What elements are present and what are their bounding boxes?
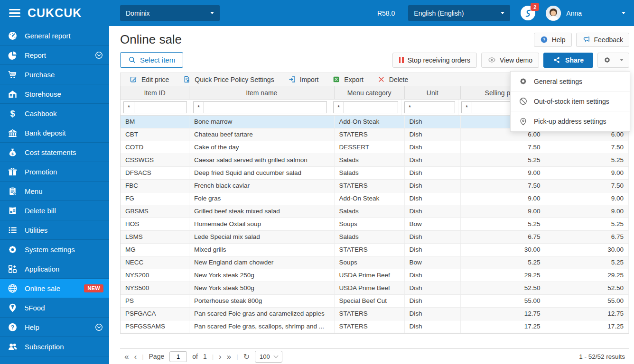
quick-price-policy-settings-button[interactable]: $ Quick Price Policy Settings xyxy=(183,75,274,83)
table-row-NYS200[interactable]: NYS200New York steak 250gUSDA Prime Beef… xyxy=(121,269,629,282)
notifications-button[interactable]: 2 xyxy=(521,6,535,20)
sidebar-item-general-report[interactable]: General report xyxy=(0,26,109,46)
cell-price2: 12.75 xyxy=(545,308,629,320)
cell-unit: Dish xyxy=(405,128,461,141)
pagination-bar: « ‹ | Page of 1 | › » | ↻ 100 1 - 52/52 … xyxy=(120,348,629,364)
next-page-button[interactable]: › xyxy=(219,353,222,361)
table-row-CSSWGS[interactable]: CSSWGSCaesar salad served with grilled s… xyxy=(121,154,629,167)
cell-id: PS xyxy=(121,295,189,307)
menu-item-pick-up-address-settings[interactable]: Pick-up address settings xyxy=(511,111,630,131)
filter-input[interactable] xyxy=(415,101,455,113)
sidebar-item-report[interactable]: Report xyxy=(0,46,109,65)
sidebar-item-application[interactable]: Application xyxy=(0,259,109,279)
previous-page-button[interactable]: ‹ xyxy=(134,353,137,361)
menu-item-out-of-stock-item-settings[interactable]: Out-of-stock item settings xyxy=(511,91,630,111)
import-button[interactable]: Import xyxy=(288,75,319,83)
cell-category: Salads xyxy=(335,231,405,243)
filter-input[interactable] xyxy=(204,101,327,113)
sidebar-item-storehouse[interactable]: Storehouse xyxy=(0,84,109,104)
filter-operator-button[interactable]: * xyxy=(333,101,344,113)
first-page-button[interactable]: « xyxy=(124,353,129,361)
cell-unit: Bow xyxy=(405,256,461,269)
page-number-input[interactable] xyxy=(169,351,187,362)
gear-white-icon xyxy=(7,244,18,255)
table-row-PSFGACA[interactable]: PSFGACAPan scared Foie gras and carameli… xyxy=(121,308,629,320)
filter-operator-button[interactable]: * xyxy=(193,101,204,113)
cell-name: Pan scared Foie gras and caramelized app… xyxy=(189,308,334,320)
gear-icon xyxy=(603,56,611,64)
page-size-select[interactable]: 100 xyxy=(255,351,282,363)
export-button[interactable]: Export xyxy=(332,75,363,83)
sidebar-item-system-settings[interactable]: System settings xyxy=(0,240,109,259)
excel-icon xyxy=(332,75,340,83)
stop-receiving-orders-button[interactable]: Stop receiving orders xyxy=(392,53,477,68)
list-icon xyxy=(7,225,18,236)
sidebar-item-subscription[interactable]: Subscription xyxy=(0,337,109,356)
filter-input[interactable] xyxy=(134,101,187,113)
restaurant-select-value: Dominix xyxy=(126,9,205,17)
column-header-item-id[interactable]: Item ID xyxy=(121,86,189,99)
table-row-GBSMS[interactable]: GBSMSGrilled beef steak mixed saladSalad… xyxy=(121,205,629,218)
user-menu[interactable]: Anna xyxy=(546,6,582,21)
cell-price: 12.75 xyxy=(461,308,546,320)
table-row-HOS[interactable]: HOSHomemade Oxtail soupSoupsBow5.255.25 xyxy=(121,218,629,231)
restaurant-select[interactable]: Dominix xyxy=(120,5,220,21)
cell-price2: 5.25 xyxy=(545,256,629,269)
sidebar-item-menu[interactable]: Menu xyxy=(0,182,109,201)
feedback-button[interactable]: Feedback xyxy=(576,33,629,47)
filter-input[interactable] xyxy=(344,101,398,113)
cell-price2: 52.50 xyxy=(545,282,629,294)
filter-cell: * xyxy=(330,100,401,115)
table-row-PSFGSSAMS[interactable]: PSFGSSAMSPan scared Foie gras, scallops,… xyxy=(121,320,629,333)
menu-icon[interactable] xyxy=(9,9,20,17)
language-select[interactable]: English (English) xyxy=(408,5,510,21)
cell-unit: Dish xyxy=(405,308,461,320)
chevron-down-icon xyxy=(94,51,103,60)
select-item-button[interactable]: Select item xyxy=(120,52,183,68)
filter-operator-button[interactable]: * xyxy=(123,101,134,113)
sidebar-item-promotion[interactable]: Promotion xyxy=(0,162,109,182)
pause-icon xyxy=(399,57,404,63)
cell-unit: Dish xyxy=(405,154,461,166)
cell-category: Add-On Steak xyxy=(335,116,405,128)
table-row-PS[interactable]: PSPorterhouse steak 800gSpecial Beef Cut… xyxy=(121,295,629,308)
sidebar-item-cost-statements[interactable]: $ Cost statements xyxy=(0,143,109,162)
settings-menu-button[interactable] xyxy=(597,53,629,68)
column-header-item-name[interactable]: Item name xyxy=(189,86,335,99)
table-row-MG[interactable]: MGMixed grillsSTATERSDish30.0030.00 xyxy=(121,244,629,256)
table-row-FG[interactable]: FGFoie grasAdd-On SteakDish9.009.00 xyxy=(121,192,629,205)
filter-operator-button[interactable]: * xyxy=(404,101,415,113)
edit-price-button[interactable]: Edit price xyxy=(130,75,169,83)
table-row-DFSACS[interactable]: DFSACSDeep fried Squid and cucumber sala… xyxy=(121,167,629,180)
column-header-unit[interactable]: Unit xyxy=(405,86,461,99)
sidebar-item-5food[interactable]: 5Food xyxy=(0,298,109,318)
table-row-NYS500[interactable]: NYS500New York steak 500gUSDA Prime Beef… xyxy=(121,282,629,295)
table-row-COTD[interactable]: COTDCake of the dayDESSERTDish7.507.50 xyxy=(121,141,629,154)
last-page-button[interactable]: » xyxy=(227,353,231,361)
sidebar-item-purchase[interactable]: Purchase xyxy=(0,65,109,84)
sidebar-item-utilities[interactable]: Utilities xyxy=(0,220,109,240)
table-row-LSMS[interactable]: LSMSLede Special mix saladSaladsDish6.75… xyxy=(121,231,629,244)
sidebar-item-bank-deposit[interactable]: $ Bank deposit xyxy=(0,123,109,143)
column-header-menu-category[interactable]: Menu category xyxy=(335,86,405,99)
table-row-FBC[interactable]: FBCFrench black caviarSTATERSDish7.507.5… xyxy=(121,180,629,192)
sidebar-item-help[interactable]: ? Help xyxy=(0,318,109,337)
sidebar-item-online-sale[interactable]: Online sale NEW xyxy=(0,279,109,298)
cart-icon xyxy=(7,69,18,80)
share-button[interactable]: Share xyxy=(543,53,593,68)
view-demo-button[interactable]: View demo xyxy=(481,53,539,68)
sidebar-item-delete-bill[interactable]: Delete bill xyxy=(0,201,109,220)
menu-item-general-settings[interactable]: General settings xyxy=(511,72,630,91)
cell-price2: 7.50 xyxy=(545,141,629,154)
delete-button[interactable]: Delete xyxy=(377,75,408,83)
refresh-icon[interactable]: ↻ xyxy=(243,352,250,361)
svg-text:?: ? xyxy=(543,37,545,42)
eye-icon xyxy=(488,56,496,64)
filter-operator-button[interactable]: * xyxy=(461,101,472,113)
chevron-down-icon[interactable] xyxy=(622,12,625,14)
cell-unit: Dish xyxy=(405,167,461,179)
table-row-NECC[interactable]: NECCNew England clam chowderSoupsBow5.25… xyxy=(121,256,629,269)
help-button[interactable]: ? Help xyxy=(534,33,572,47)
sidebar-item-cashbook[interactable]: $ Cashbook xyxy=(0,104,109,123)
cell-price2: 5.25 xyxy=(545,218,629,230)
